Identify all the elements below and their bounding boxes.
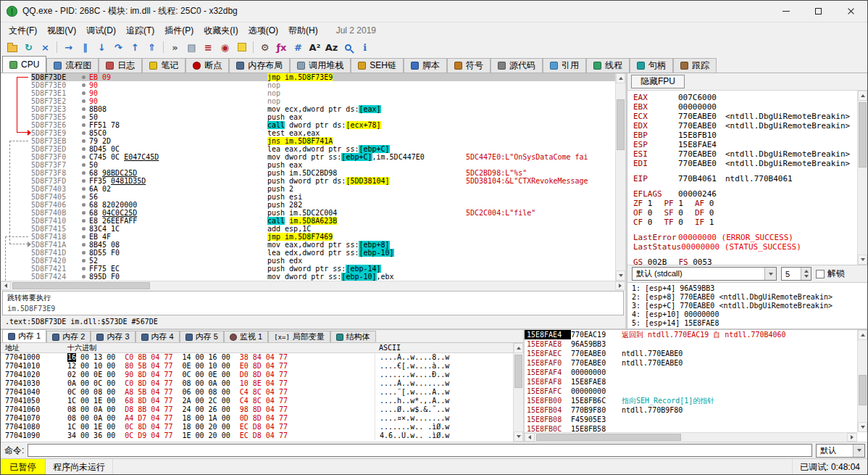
- breakpoints-icon[interactable]: ◉: [217, 39, 233, 55]
- breakpoint-dot[interactable]: [78, 241, 89, 249]
- menu-item[interactable]: 调试(D): [81, 23, 121, 38]
- chevron-down-icon[interactable]: [764, 268, 776, 280]
- tab-memory-map[interactable]: 内存布局: [229, 58, 290, 73]
- disasm-row[interactable]: 5D8F7424895D F0mov dword ptr ss:[ebp-10]…: [1, 273, 615, 281]
- argument-row[interactable]: 2: [esp+8] 770EABE0 <ntdll.DbgUiRemoteBr…: [632, 293, 867, 302]
- scroll-thumb[interactable]: [514, 355, 522, 388]
- dump-row[interactable]: 7704106008 00 0A 00D8 8B 04 7724 00 26 0…: [1, 405, 513, 414]
- stack-row[interactable]: 15E8FAF0770EABE0ntdll.770EABE0: [525, 358, 857, 368]
- notes-icon[interactable]: [233, 39, 250, 55]
- breakpoint-dot[interactable]: [78, 233, 89, 241]
- scroll-track[interactable]: [858, 340, 867, 422]
- disasm-row[interactable]: 5D8F741583C4 1Cadd esp,1C: [1, 225, 615, 233]
- register-row[interactable]: EDI770EABE0<ntdll.DbgUiRemoteBreakin>: [633, 159, 857, 168]
- highlight-icon[interactable]: Az: [323, 39, 340, 55]
- scroll-thumb[interactable]: [859, 375, 867, 405]
- breakpoint-dot[interactable]: [78, 177, 89, 185]
- dump-row[interactable]: 770410300A 00 0C 00C0 8D 04 7708 00 0A 0…: [1, 379, 513, 388]
- tab-watch-1[interactable]: 监视 1: [224, 331, 268, 342]
- disasm-row[interactable]: 5D8F73F0C745 0C E047C45Dmov dword ptr ss…: [1, 153, 615, 161]
- tab-memory-1[interactable]: 内存 1: [2, 329, 46, 342]
- breakpoint-dot[interactable]: [78, 201, 89, 209]
- breakpoint-dot[interactable]: [78, 265, 89, 273]
- breakpoint-dot[interactable]: [78, 153, 89, 161]
- flags-row[interactable]: OF 0SF 0DF 0: [633, 208, 857, 218]
- tab-source[interactable]: 源代码: [491, 58, 543, 73]
- register-row[interactable]: LastError00000000 (ERROR_SUCCESS): [633, 233, 857, 242]
- register-row[interactable]: EAX007C6000: [633, 93, 857, 102]
- open-file-icon[interactable]: [4, 39, 20, 55]
- title-bar[interactable]: QQ.exe - PID: 268C - 模块: im.dll - 线程: 25…: [1, 1, 867, 22]
- tab-graph[interactable]: 流程图: [46, 58, 99, 73]
- dump-row[interactable]: 770410400C 00 08 00A8 5B 04 7706 00 08 0…: [1, 388, 513, 397]
- register-row[interactable]: ECX770EABE0<ntdll.DbgUiRemoteBreakin>: [633, 112, 857, 121]
- disasm-row[interactable]: 5D8F73EB79 2Djns im.5D8F741A: [1, 137, 615, 145]
- disasm-row[interactable]: 5D8F7421FF75 ECpush dword ptr ss:[ebp-14…: [1, 265, 615, 273]
- scroll-up-button[interactable]: [858, 91, 867, 101]
- disasm-row[interactable]: 5D8F73E6FF51 78call dword ptr ds:[ecx+78…: [1, 121, 615, 129]
- tab-breakpoints[interactable]: 断点: [185, 58, 229, 73]
- breakpoint-dot[interactable]: [78, 129, 89, 137]
- scroll-left-button[interactable]: [525, 433, 535, 442]
- disasm-horizontal-scrollbar[interactable]: [1, 281, 625, 290]
- disasm-row[interactable]: 5D8F7410E8 26EEFAFFcall im.5D8A623B: [1, 217, 615, 225]
- scroll-right-button[interactable]: [615, 281, 625, 290]
- scroll-right-button[interactable]: [847, 433, 857, 442]
- dump-row[interactable]: 7704102002 00 0E 0090 8D 04 770C 00 0E 0…: [1, 371, 513, 379]
- disasm-row[interactable]: 5D8F73E550push eax: [1, 113, 615, 121]
- log-icon[interactable]: ≡: [200, 39, 217, 55]
- dump-row[interactable]: 770410801C 00 1E 000C 8D 04 7718 00 20 0…: [1, 423, 513, 431]
- close-icon[interactable]: ×: [37, 39, 54, 55]
- breakpoint-dot[interactable]: [78, 209, 89, 217]
- disasm-row[interactable]: 5D8F740B68 04C0C25Dpush im.5DC2C0045DC2C…: [1, 209, 615, 217]
- disasm-row[interactable]: 5D8F73E190nop: [1, 89, 615, 97]
- maximize-button[interactable]: [802, 1, 835, 22]
- scroll-thumb[interactable]: [859, 102, 867, 168]
- breakpoint-dot[interactable]: [78, 225, 89, 233]
- stack-row[interactable]: 15E8FAEC770EABE0ntdll.770EABE0: [525, 349, 857, 358]
- menu-item[interactable]: 帮助(H): [283, 23, 323, 38]
- dump-row[interactable]: 770410501C 00 1E 0068 8D 04 772A 00 2C 0…: [1, 397, 513, 405]
- menu-item[interactable]: 视图(V): [42, 23, 81, 38]
- breakpoint-dot[interactable]: [78, 97, 89, 105]
- calculator-icon[interactable]: #: [290, 39, 306, 55]
- stack-row[interactable]: 15E8FB0C15E8FB58: [525, 424, 857, 432]
- breakpoint-dot[interactable]: [78, 169, 89, 177]
- scroll-thumb[interactable]: [12, 282, 150, 289]
- dump-row[interactable]: 7704109034 00 36 000C D9 04 771E 00 20 0…: [1, 431, 513, 440]
- disasm-row[interactable]: 5D8F73E090nop: [1, 81, 615, 89]
- register-row[interactable]: EFLAGS00000246: [633, 189, 857, 199]
- run-icon[interactable]: →: [60, 39, 77, 55]
- stack-horizontal-scrollbar[interactable]: [525, 432, 857, 442]
- menu-item[interactable]: 选项(O): [243, 23, 283, 38]
- scroll-down-button[interactable]: [858, 422, 867, 432]
- breakpoint-dot[interactable]: [78, 137, 89, 145]
- disasm-row[interactable]: 5D8F73F750push eax: [1, 161, 615, 169]
- register-row[interactable]: EDX770EABE0<ntdll.DbgUiRemoteBreakin>: [633, 121, 857, 131]
- minimize-button[interactable]: [769, 1, 802, 22]
- breakpoint-dot[interactable]: [78, 89, 89, 97]
- disasm-vertical-scrollbar[interactable]: [615, 73, 625, 281]
- tab-references[interactable]: 引用: [543, 58, 586, 73]
- scroll-track[interactable]: [11, 281, 615, 290]
- scroll-up-button[interactable]: [514, 343, 523, 353]
- tab-trace[interactable]: 跟踪: [673, 58, 717, 73]
- spinner-arrows[interactable]: [801, 268, 811, 280]
- command-profile-select[interactable]: 默认: [816, 444, 865, 458]
- disasm-row[interactable]: 5D8F7418EB 4Fjmp im.5D8F7469: [1, 233, 615, 241]
- flags-row[interactable]: GS 002BFS 0053: [633, 257, 857, 265]
- scroll-down-button[interactable]: [858, 255, 867, 265]
- scroll-left-button[interactable]: [1, 281, 11, 290]
- disasm-row[interactable]: 5D8F73E38B08mov ecx,dword ptr ds:[eax]: [1, 105, 615, 113]
- scroll-track[interactable]: [535, 433, 847, 442]
- step-into-icon[interactable]: ↓: [93, 39, 110, 55]
- font-size-icon[interactable]: A²: [306, 39, 323, 55]
- tab-cpu[interactable]: CPU: [2, 56, 46, 73]
- tab-script[interactable]: 脚本: [404, 58, 447, 73]
- close-button[interactable]: [835, 1, 867, 22]
- stack-row[interactable]: 15E8FB04770B9F80ntdll.770B9F80: [525, 405, 857, 415]
- scroll-down-button[interactable]: [616, 270, 625, 281]
- disasm-row[interactable]: 5D8F73E985C0test eax,eax: [1, 129, 615, 137]
- dump-row[interactable]: 7704107008 00 0A 00A4 D7 04 7718 00 1A 0…: [1, 414, 513, 423]
- scroll-track[interactable]: [514, 353, 523, 431]
